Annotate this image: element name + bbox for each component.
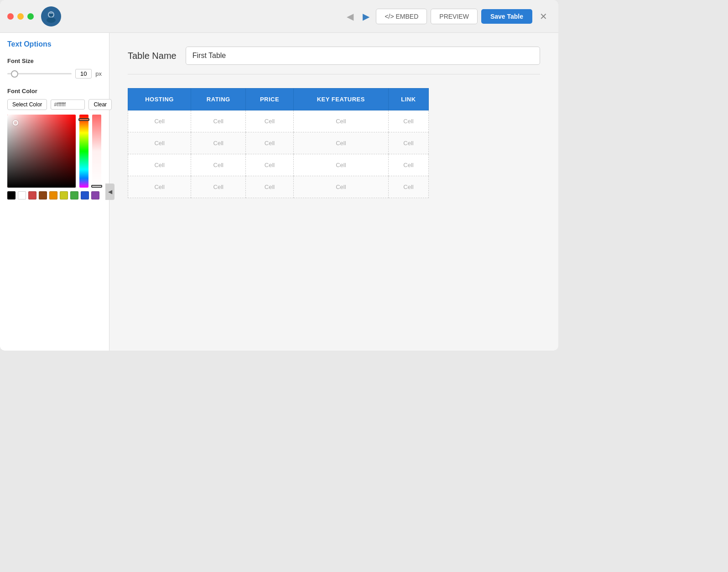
- col-rating[interactable]: RATING: [191, 89, 246, 110]
- font-size-input[interactable]: 10: [75, 69, 92, 79]
- redo-button[interactable]: ▶: [360, 8, 372, 25]
- maximize-button[interactable]: [27, 13, 34, 20]
- color-swatches: [7, 191, 102, 199]
- table-name-input[interactable]: [186, 47, 540, 65]
- table-cell[interactable]: Cell: [293, 154, 388, 176]
- font-color-label: Font Color: [7, 88, 102, 94]
- table-cell[interactable]: Cell: [388, 154, 428, 176]
- svg-point-1: [47, 17, 56, 23]
- table-row: CellCellCellCellCell: [128, 154, 429, 176]
- swatch-yellow[interactable]: [60, 191, 68, 199]
- col-price[interactable]: PRICE: [246, 89, 293, 110]
- font-size-controls: 10 px: [7, 69, 102, 79]
- color-controls-row: Select Color #ffffff Clear: [7, 99, 102, 110]
- hue-cursor: [78, 118, 89, 121]
- alpha-cursor: [91, 185, 102, 188]
- sidebar: Text Options Font Size 10 px Font Color …: [0, 33, 109, 351]
- table-cell[interactable]: Cell: [246, 176, 293, 198]
- table-cell[interactable]: Cell: [191, 176, 246, 198]
- table-cell[interactable]: Cell: [191, 110, 246, 132]
- swatch-green[interactable]: [70, 191, 78, 199]
- table-row: CellCellCellCellCell: [128, 176, 429, 198]
- sidebar-title: Text Options: [7, 40, 102, 48]
- swatch-blue[interactable]: [81, 191, 89, 199]
- color-picker: [7, 115, 102, 188]
- swatch-white[interactable]: [18, 191, 26, 199]
- table-cell[interactable]: Cell: [388, 110, 428, 132]
- table-cell[interactable]: Cell: [293, 132, 388, 154]
- app-window: ◀ ▶ </> EMBED PREVIEW Save Table ✕ Text …: [0, 0, 558, 351]
- swatch-red[interactable]: [28, 191, 36, 199]
- table-row: CellCellCellCellCell: [128, 110, 429, 132]
- color-cursor: [13, 120, 18, 126]
- color-hex-input[interactable]: #ffffff: [51, 100, 85, 110]
- main-layout: Text Options Font Size 10 px Font Color …: [0, 33, 558, 351]
- swatch-brown[interactable]: [39, 191, 47, 199]
- hue-bar-wrap: [79, 115, 88, 188]
- clear-color-button[interactable]: Clear: [88, 99, 112, 110]
- table-cell[interactable]: Cell: [128, 132, 191, 154]
- table-cell[interactable]: Cell: [191, 154, 246, 176]
- close-x-button[interactable]: ✕: [536, 9, 551, 24]
- table-cell[interactable]: Cell: [246, 154, 293, 176]
- table-cell[interactable]: Cell: [191, 132, 246, 154]
- alpha-bar[interactable]: [92, 115, 101, 188]
- table-header-row: HOSTING RATING PRICE KEY FEATURES LINK: [128, 89, 429, 110]
- table-cell[interactable]: Cell: [388, 132, 428, 154]
- table-cell[interactable]: Cell: [128, 110, 191, 132]
- window-controls: [7, 13, 34, 20]
- save-table-button[interactable]: Save Table: [481, 9, 532, 24]
- font-color-section: Font Color Select Color #ffffff Clear: [7, 88, 102, 199]
- color-gradient[interactable]: [7, 115, 76, 188]
- alpha-bar-wrap: [92, 115, 101, 188]
- undo-button[interactable]: ◀: [344, 8, 356, 25]
- font-size-unit: px: [95, 70, 102, 77]
- embed-button[interactable]: </> EMBED: [376, 9, 427, 24]
- table-cell[interactable]: Cell: [293, 176, 388, 198]
- titlebar-actions: ◀ ▶ </> EMBED PREVIEW Save Table ✕: [344, 8, 551, 25]
- table-cell[interactable]: Cell: [128, 176, 191, 198]
- font-size-section: Font Size 10 px: [7, 58, 102, 79]
- font-size-slider[interactable]: [7, 73, 72, 74]
- table-name-label: Table Name: [128, 51, 177, 61]
- select-color-button[interactable]: Select Color: [7, 99, 47, 110]
- hue-bar[interactable]: [79, 115, 88, 188]
- col-hosting[interactable]: HOSTING: [128, 89, 191, 110]
- preview-button[interactable]: PREVIEW: [431, 9, 478, 24]
- table-row: CellCellCellCellCell: [128, 132, 429, 154]
- table-cell[interactable]: Cell: [246, 110, 293, 132]
- font-size-label: Font Size: [7, 58, 102, 64]
- content-area: Table Name HOSTING RATING PRICE KEY FEAT…: [109, 33, 558, 351]
- table-cell[interactable]: Cell: [388, 176, 428, 198]
- swatch-black[interactable]: [7, 191, 16, 199]
- col-key-features[interactable]: KEY FEATURES: [293, 89, 388, 110]
- app-logo: [41, 6, 61, 26]
- table-cell[interactable]: Cell: [293, 110, 388, 132]
- table-name-row: Table Name: [128, 47, 540, 74]
- swatch-purple[interactable]: [91, 191, 99, 199]
- minimize-button[interactable]: [17, 13, 24, 20]
- data-table: HOSTING RATING PRICE KEY FEATURES LINK C…: [128, 88, 429, 198]
- table-cell[interactable]: Cell: [128, 154, 191, 176]
- swatch-orange[interactable]: [49, 191, 57, 199]
- sidebar-collapse-button[interactable]: ◀: [105, 184, 114, 200]
- table-cell[interactable]: Cell: [246, 132, 293, 154]
- titlebar: ◀ ▶ </> EMBED PREVIEW Save Table ✕: [0, 0, 558, 33]
- close-button[interactable]: [7, 13, 14, 20]
- col-link[interactable]: LINK: [388, 89, 428, 110]
